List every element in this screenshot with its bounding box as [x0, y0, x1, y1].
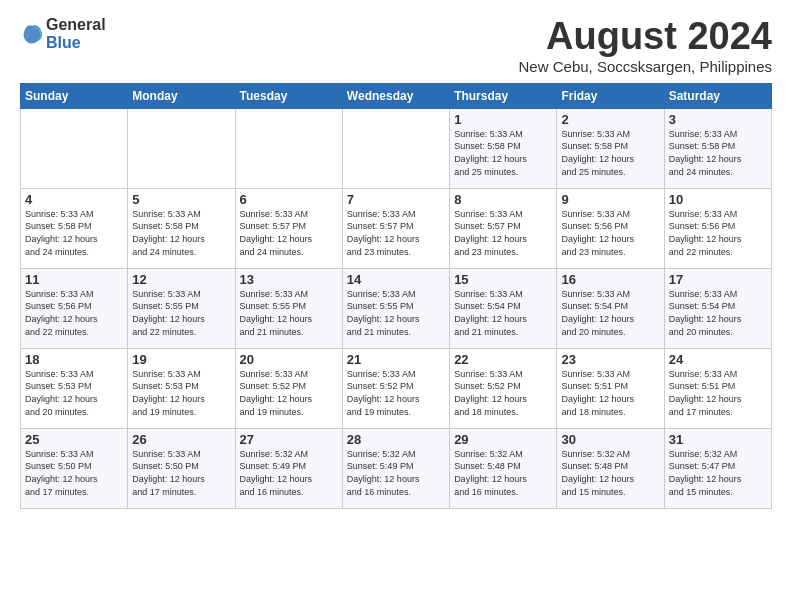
day-number: 28 — [347, 432, 445, 447]
day-number: 7 — [347, 192, 445, 207]
day-info: Sunrise: 5:33 AM Sunset: 5:50 PM Dayligh… — [25, 448, 123, 498]
day-cell: 22Sunrise: 5:33 AM Sunset: 5:52 PM Dayli… — [450, 348, 557, 428]
day-info: Sunrise: 5:33 AM Sunset: 5:58 PM Dayligh… — [454, 128, 552, 178]
day-cell — [342, 108, 449, 188]
day-cell: 27Sunrise: 5:32 AM Sunset: 5:49 PM Dayli… — [235, 428, 342, 508]
day-number: 19 — [132, 352, 230, 367]
subtitle: New Cebu, Soccsksargen, Philippines — [519, 58, 772, 75]
day-info: Sunrise: 5:32 AM Sunset: 5:49 PM Dayligh… — [240, 448, 338, 498]
col-header-thursday: Thursday — [450, 83, 557, 108]
day-info: Sunrise: 5:33 AM Sunset: 5:50 PM Dayligh… — [132, 448, 230, 498]
day-info: Sunrise: 5:32 AM Sunset: 5:49 PM Dayligh… — [347, 448, 445, 498]
day-cell: 30Sunrise: 5:32 AM Sunset: 5:48 PM Dayli… — [557, 428, 664, 508]
day-number: 18 — [25, 352, 123, 367]
day-number: 31 — [669, 432, 767, 447]
day-number: 26 — [132, 432, 230, 447]
day-info: Sunrise: 5:33 AM Sunset: 5:58 PM Dayligh… — [132, 208, 230, 258]
week-row-4: 18Sunrise: 5:33 AM Sunset: 5:53 PM Dayli… — [21, 348, 772, 428]
logo: General Blue — [20, 16, 106, 51]
logo-icon — [20, 22, 44, 46]
day-info: Sunrise: 5:33 AM Sunset: 5:55 PM Dayligh… — [347, 288, 445, 338]
day-info: Sunrise: 5:33 AM Sunset: 5:56 PM Dayligh… — [669, 208, 767, 258]
day-number: 27 — [240, 432, 338, 447]
day-cell: 1Sunrise: 5:33 AM Sunset: 5:58 PM Daylig… — [450, 108, 557, 188]
day-number: 1 — [454, 112, 552, 127]
day-cell: 3Sunrise: 5:33 AM Sunset: 5:58 PM Daylig… — [664, 108, 771, 188]
col-header-sunday: Sunday — [21, 83, 128, 108]
day-info: Sunrise: 5:33 AM Sunset: 5:58 PM Dayligh… — [561, 128, 659, 178]
title-block: August 2024 New Cebu, Soccsksargen, Phil… — [519, 16, 772, 75]
day-info: Sunrise: 5:32 AM Sunset: 5:48 PM Dayligh… — [561, 448, 659, 498]
day-info: Sunrise: 5:33 AM Sunset: 5:58 PM Dayligh… — [669, 128, 767, 178]
month-title: August 2024 — [519, 16, 772, 58]
day-cell: 23Sunrise: 5:33 AM Sunset: 5:51 PM Dayli… — [557, 348, 664, 428]
day-info: Sunrise: 5:33 AM Sunset: 5:58 PM Dayligh… — [25, 208, 123, 258]
day-number: 8 — [454, 192, 552, 207]
day-number: 15 — [454, 272, 552, 287]
day-info: Sunrise: 5:33 AM Sunset: 5:53 PM Dayligh… — [132, 368, 230, 418]
logo-blue: Blue — [46, 34, 106, 52]
day-number: 13 — [240, 272, 338, 287]
day-number: 3 — [669, 112, 767, 127]
day-cell: 5Sunrise: 5:33 AM Sunset: 5:58 PM Daylig… — [128, 188, 235, 268]
day-cell: 14Sunrise: 5:33 AM Sunset: 5:55 PM Dayli… — [342, 268, 449, 348]
day-number: 25 — [25, 432, 123, 447]
day-number: 17 — [669, 272, 767, 287]
day-cell: 24Sunrise: 5:33 AM Sunset: 5:51 PM Dayli… — [664, 348, 771, 428]
day-cell: 31Sunrise: 5:32 AM Sunset: 5:47 PM Dayli… — [664, 428, 771, 508]
day-cell: 16Sunrise: 5:33 AM Sunset: 5:54 PM Dayli… — [557, 268, 664, 348]
day-number: 24 — [669, 352, 767, 367]
day-info: Sunrise: 5:32 AM Sunset: 5:47 PM Dayligh… — [669, 448, 767, 498]
day-cell — [21, 108, 128, 188]
day-number: 11 — [25, 272, 123, 287]
day-info: Sunrise: 5:33 AM Sunset: 5:55 PM Dayligh… — [240, 288, 338, 338]
week-row-1: 1Sunrise: 5:33 AM Sunset: 5:58 PM Daylig… — [21, 108, 772, 188]
header: General Blue August 2024 New Cebu, Soccs… — [20, 16, 772, 75]
day-number: 29 — [454, 432, 552, 447]
col-header-wednesday: Wednesday — [342, 83, 449, 108]
day-cell: 6Sunrise: 5:33 AM Sunset: 5:57 PM Daylig… — [235, 188, 342, 268]
day-info: Sunrise: 5:33 AM Sunset: 5:57 PM Dayligh… — [454, 208, 552, 258]
day-info: Sunrise: 5:33 AM Sunset: 5:57 PM Dayligh… — [240, 208, 338, 258]
day-cell: 20Sunrise: 5:33 AM Sunset: 5:52 PM Dayli… — [235, 348, 342, 428]
day-cell: 11Sunrise: 5:33 AM Sunset: 5:56 PM Dayli… — [21, 268, 128, 348]
day-number: 21 — [347, 352, 445, 367]
day-info: Sunrise: 5:33 AM Sunset: 5:52 PM Dayligh… — [347, 368, 445, 418]
day-number: 10 — [669, 192, 767, 207]
day-number: 9 — [561, 192, 659, 207]
day-info: Sunrise: 5:33 AM Sunset: 5:53 PM Dayligh… — [25, 368, 123, 418]
day-cell: 25Sunrise: 5:33 AM Sunset: 5:50 PM Dayli… — [21, 428, 128, 508]
day-cell — [128, 108, 235, 188]
day-info: Sunrise: 5:33 AM Sunset: 5:54 PM Dayligh… — [454, 288, 552, 338]
day-info: Sunrise: 5:33 AM Sunset: 5:52 PM Dayligh… — [454, 368, 552, 418]
day-number: 22 — [454, 352, 552, 367]
day-cell: 29Sunrise: 5:32 AM Sunset: 5:48 PM Dayli… — [450, 428, 557, 508]
day-number: 4 — [25, 192, 123, 207]
day-cell: 21Sunrise: 5:33 AM Sunset: 5:52 PM Dayli… — [342, 348, 449, 428]
day-cell: 4Sunrise: 5:33 AM Sunset: 5:58 PM Daylig… — [21, 188, 128, 268]
day-cell: 8Sunrise: 5:33 AM Sunset: 5:57 PM Daylig… — [450, 188, 557, 268]
day-info: Sunrise: 5:33 AM Sunset: 5:51 PM Dayligh… — [669, 368, 767, 418]
day-cell: 15Sunrise: 5:33 AM Sunset: 5:54 PM Dayli… — [450, 268, 557, 348]
day-cell: 12Sunrise: 5:33 AM Sunset: 5:55 PM Dayli… — [128, 268, 235, 348]
calendar-table: SundayMondayTuesdayWednesdayThursdayFrid… — [20, 83, 772, 509]
col-header-friday: Friday — [557, 83, 664, 108]
header-row: SundayMondayTuesdayWednesdayThursdayFrid… — [21, 83, 772, 108]
day-number: 16 — [561, 272, 659, 287]
week-row-2: 4Sunrise: 5:33 AM Sunset: 5:58 PM Daylig… — [21, 188, 772, 268]
day-info: Sunrise: 5:32 AM Sunset: 5:48 PM Dayligh… — [454, 448, 552, 498]
day-info: Sunrise: 5:33 AM Sunset: 5:56 PM Dayligh… — [561, 208, 659, 258]
day-cell: 17Sunrise: 5:33 AM Sunset: 5:54 PM Dayli… — [664, 268, 771, 348]
day-info: Sunrise: 5:33 AM Sunset: 5:52 PM Dayligh… — [240, 368, 338, 418]
col-header-tuesday: Tuesday — [235, 83, 342, 108]
day-number: 30 — [561, 432, 659, 447]
logo-general: General — [46, 16, 106, 34]
day-cell — [235, 108, 342, 188]
day-info: Sunrise: 5:33 AM Sunset: 5:56 PM Dayligh… — [25, 288, 123, 338]
day-cell: 26Sunrise: 5:33 AM Sunset: 5:50 PM Dayli… — [128, 428, 235, 508]
day-info: Sunrise: 5:33 AM Sunset: 5:51 PM Dayligh… — [561, 368, 659, 418]
day-info: Sunrise: 5:33 AM Sunset: 5:57 PM Dayligh… — [347, 208, 445, 258]
day-cell: 28Sunrise: 5:32 AM Sunset: 5:49 PM Dayli… — [342, 428, 449, 508]
week-row-5: 25Sunrise: 5:33 AM Sunset: 5:50 PM Dayli… — [21, 428, 772, 508]
col-header-monday: Monday — [128, 83, 235, 108]
